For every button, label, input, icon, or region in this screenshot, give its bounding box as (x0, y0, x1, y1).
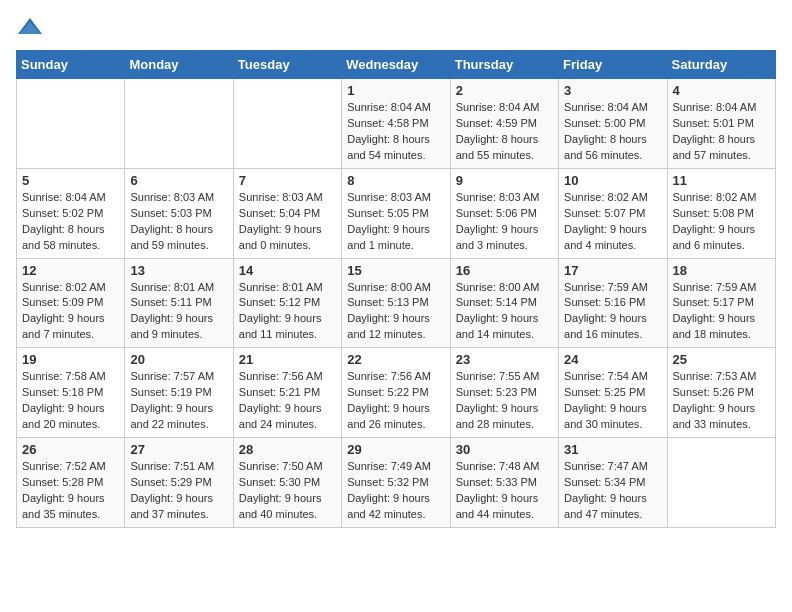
day-cell (17, 79, 125, 169)
day-number: 8 (347, 173, 444, 188)
day-cell: 13Sunrise: 8:01 AM Sunset: 5:11 PM Dayli… (125, 258, 233, 348)
day-info: Sunrise: 8:03 AM Sunset: 5:06 PM Dayligh… (456, 190, 553, 254)
day-number: 4 (673, 83, 770, 98)
day-info: Sunrise: 8:01 AM Sunset: 5:12 PM Dayligh… (239, 280, 336, 344)
day-cell: 4Sunrise: 8:04 AM Sunset: 5:01 PM Daylig… (667, 79, 775, 169)
day-cell: 28Sunrise: 7:50 AM Sunset: 5:30 PM Dayli… (233, 438, 341, 528)
day-cell: 26Sunrise: 7:52 AM Sunset: 5:28 PM Dayli… (17, 438, 125, 528)
day-info: Sunrise: 8:04 AM Sunset: 5:00 PM Dayligh… (564, 100, 661, 164)
day-number: 12 (22, 263, 119, 278)
calendar-table: SundayMondayTuesdayWednesdayThursdayFrid… (16, 50, 776, 528)
day-number: 3 (564, 83, 661, 98)
week-row-1: 1Sunrise: 8:04 AM Sunset: 4:58 PM Daylig… (17, 79, 776, 169)
week-row-3: 12Sunrise: 8:02 AM Sunset: 5:09 PM Dayli… (17, 258, 776, 348)
logo-icon (16, 16, 44, 38)
day-cell: 11Sunrise: 8:02 AM Sunset: 5:08 PM Dayli… (667, 168, 775, 258)
day-number: 6 (130, 173, 227, 188)
day-cell: 27Sunrise: 7:51 AM Sunset: 5:29 PM Dayli… (125, 438, 233, 528)
day-cell: 29Sunrise: 7:49 AM Sunset: 5:32 PM Dayli… (342, 438, 450, 528)
week-row-5: 26Sunrise: 7:52 AM Sunset: 5:28 PM Dayli… (17, 438, 776, 528)
day-cell (667, 438, 775, 528)
day-info: Sunrise: 7:47 AM Sunset: 5:34 PM Dayligh… (564, 459, 661, 523)
day-cell (125, 79, 233, 169)
day-info: Sunrise: 8:03 AM Sunset: 5:03 PM Dayligh… (130, 190, 227, 254)
day-cell: 21Sunrise: 7:56 AM Sunset: 5:21 PM Dayli… (233, 348, 341, 438)
day-info: Sunrise: 7:57 AM Sunset: 5:19 PM Dayligh… (130, 369, 227, 433)
header-monday: Monday (125, 51, 233, 79)
day-info: Sunrise: 7:49 AM Sunset: 5:32 PM Dayligh… (347, 459, 444, 523)
day-cell: 6Sunrise: 8:03 AM Sunset: 5:03 PM Daylig… (125, 168, 233, 258)
day-info: Sunrise: 7:53 AM Sunset: 5:26 PM Dayligh… (673, 369, 770, 433)
day-number: 28 (239, 442, 336, 457)
day-number: 2 (456, 83, 553, 98)
day-number: 31 (564, 442, 661, 457)
header-row: SundayMondayTuesdayWednesdayThursdayFrid… (17, 51, 776, 79)
day-number: 15 (347, 263, 444, 278)
day-number: 13 (130, 263, 227, 278)
week-row-4: 19Sunrise: 7:58 AM Sunset: 5:18 PM Dayli… (17, 348, 776, 438)
header-friday: Friday (559, 51, 667, 79)
day-info: Sunrise: 8:03 AM Sunset: 5:04 PM Dayligh… (239, 190, 336, 254)
day-cell: 19Sunrise: 7:58 AM Sunset: 5:18 PM Dayli… (17, 348, 125, 438)
day-cell: 31Sunrise: 7:47 AM Sunset: 5:34 PM Dayli… (559, 438, 667, 528)
day-number: 17 (564, 263, 661, 278)
day-info: Sunrise: 8:01 AM Sunset: 5:11 PM Dayligh… (130, 280, 227, 344)
day-info: Sunrise: 7:51 AM Sunset: 5:29 PM Dayligh… (130, 459, 227, 523)
day-number: 27 (130, 442, 227, 457)
day-info: Sunrise: 8:04 AM Sunset: 5:01 PM Dayligh… (673, 100, 770, 164)
day-number: 26 (22, 442, 119, 457)
day-info: Sunrise: 7:52 AM Sunset: 5:28 PM Dayligh… (22, 459, 119, 523)
day-number: 29 (347, 442, 444, 457)
day-info: Sunrise: 8:02 AM Sunset: 5:07 PM Dayligh… (564, 190, 661, 254)
day-cell: 7Sunrise: 8:03 AM Sunset: 5:04 PM Daylig… (233, 168, 341, 258)
day-info: Sunrise: 7:56 AM Sunset: 5:22 PM Dayligh… (347, 369, 444, 433)
day-cell: 30Sunrise: 7:48 AM Sunset: 5:33 PM Dayli… (450, 438, 558, 528)
day-number: 18 (673, 263, 770, 278)
day-number: 14 (239, 263, 336, 278)
day-cell: 16Sunrise: 8:00 AM Sunset: 5:14 PM Dayli… (450, 258, 558, 348)
day-number: 25 (673, 352, 770, 367)
day-cell: 23Sunrise: 7:55 AM Sunset: 5:23 PM Dayli… (450, 348, 558, 438)
day-cell: 24Sunrise: 7:54 AM Sunset: 5:25 PM Dayli… (559, 348, 667, 438)
day-info: Sunrise: 8:04 AM Sunset: 4:58 PM Dayligh… (347, 100, 444, 164)
day-info: Sunrise: 8:04 AM Sunset: 4:59 PM Dayligh… (456, 100, 553, 164)
page-header (16, 16, 776, 38)
day-info: Sunrise: 7:59 AM Sunset: 5:16 PM Dayligh… (564, 280, 661, 344)
day-cell: 18Sunrise: 7:59 AM Sunset: 5:17 PM Dayli… (667, 258, 775, 348)
header-sunday: Sunday (17, 51, 125, 79)
day-cell: 1Sunrise: 8:04 AM Sunset: 4:58 PM Daylig… (342, 79, 450, 169)
day-cell: 25Sunrise: 7:53 AM Sunset: 5:26 PM Dayli… (667, 348, 775, 438)
day-number: 11 (673, 173, 770, 188)
day-number: 9 (456, 173, 553, 188)
day-number: 7 (239, 173, 336, 188)
day-cell: 10Sunrise: 8:02 AM Sunset: 5:07 PM Dayli… (559, 168, 667, 258)
day-info: Sunrise: 8:00 AM Sunset: 5:13 PM Dayligh… (347, 280, 444, 344)
day-info: Sunrise: 7:58 AM Sunset: 5:18 PM Dayligh… (22, 369, 119, 433)
day-cell: 17Sunrise: 7:59 AM Sunset: 5:16 PM Dayli… (559, 258, 667, 348)
header-saturday: Saturday (667, 51, 775, 79)
day-info: Sunrise: 8:03 AM Sunset: 5:05 PM Dayligh… (347, 190, 444, 254)
day-info: Sunrise: 7:48 AM Sunset: 5:33 PM Dayligh… (456, 459, 553, 523)
day-info: Sunrise: 7:55 AM Sunset: 5:23 PM Dayligh… (456, 369, 553, 433)
day-info: Sunrise: 8:04 AM Sunset: 5:02 PM Dayligh… (22, 190, 119, 254)
day-number: 1 (347, 83, 444, 98)
day-info: Sunrise: 8:02 AM Sunset: 5:08 PM Dayligh… (673, 190, 770, 254)
day-cell (233, 79, 341, 169)
day-number: 19 (22, 352, 119, 367)
logo (16, 16, 48, 38)
day-number: 23 (456, 352, 553, 367)
day-cell: 9Sunrise: 8:03 AM Sunset: 5:06 PM Daylig… (450, 168, 558, 258)
day-info: Sunrise: 7:56 AM Sunset: 5:21 PM Dayligh… (239, 369, 336, 433)
day-info: Sunrise: 7:50 AM Sunset: 5:30 PM Dayligh… (239, 459, 336, 523)
week-row-2: 5Sunrise: 8:04 AM Sunset: 5:02 PM Daylig… (17, 168, 776, 258)
day-cell: 20Sunrise: 7:57 AM Sunset: 5:19 PM Dayli… (125, 348, 233, 438)
day-info: Sunrise: 8:02 AM Sunset: 5:09 PM Dayligh… (22, 280, 119, 344)
day-number: 10 (564, 173, 661, 188)
day-number: 24 (564, 352, 661, 367)
day-number: 20 (130, 352, 227, 367)
day-number: 5 (22, 173, 119, 188)
day-cell: 12Sunrise: 8:02 AM Sunset: 5:09 PM Dayli… (17, 258, 125, 348)
day-cell: 8Sunrise: 8:03 AM Sunset: 5:05 PM Daylig… (342, 168, 450, 258)
day-cell: 2Sunrise: 8:04 AM Sunset: 4:59 PM Daylig… (450, 79, 558, 169)
day-number: 21 (239, 352, 336, 367)
